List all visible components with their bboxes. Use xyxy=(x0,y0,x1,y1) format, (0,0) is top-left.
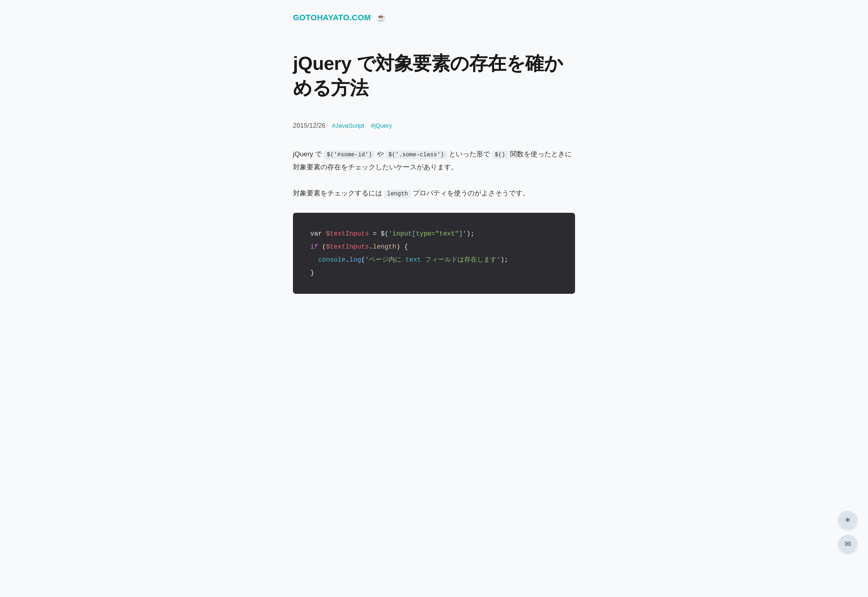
kw-strlog-end: フィールドは存在します' xyxy=(421,256,501,263)
email-button[interactable]: ✉ xyxy=(838,535,857,554)
code-dollar: $() xyxy=(492,150,508,159)
code-content: var $textInputs = $('input[type="text"]'… xyxy=(310,227,558,279)
kw-func: $( xyxy=(377,230,388,238)
kw-end1: ); xyxy=(467,230,474,238)
code-some-id: $('#some-id') xyxy=(324,150,375,159)
kw-dot2: . xyxy=(345,256,350,263)
kw-eq: = xyxy=(369,230,377,238)
kw-paren-open: ( xyxy=(318,243,326,250)
intro-text-3: といった形で xyxy=(447,150,492,158)
p2-text-1: 対象要素をチェックするには xyxy=(293,189,384,197)
length-paragraph: 対象要素をチェックするには length プロパティを使うのがよさそうです。 xyxy=(293,187,575,200)
coffee-icon: ☕ xyxy=(376,13,386,22)
tag-jquery[interactable]: #jQuery xyxy=(371,122,393,129)
kw-strlog-start: 'ページ内に xyxy=(365,256,406,263)
kw-paren-close: ) xyxy=(396,243,400,250)
kw-length: length xyxy=(373,243,396,250)
kw-text-highlight: text xyxy=(406,256,421,263)
main-content: jQuery で対象要素の存在を確かめる方法 2015/12/26 #JavaS… xyxy=(293,51,575,294)
code-block: var $textInputs = $('input[type="text"]'… xyxy=(293,213,575,294)
intro-text-1: jQuery で xyxy=(293,150,324,158)
kw-console: console xyxy=(318,256,346,263)
kw-log: log xyxy=(350,256,361,263)
floating-buttons: ☀ ✉ xyxy=(838,511,857,554)
article-title: jQuery で対象要素の存在を確かめる方法 xyxy=(293,51,575,100)
code-some-class: $('.some-class') xyxy=(385,150,447,159)
kw-var: var xyxy=(310,230,322,238)
email-icon: ✉ xyxy=(844,539,851,549)
kw-dot: . xyxy=(369,243,373,250)
code-length: length xyxy=(384,190,411,198)
intro-paragraph: jQuery で $('#some-id') や $('.some-class'… xyxy=(293,148,575,174)
site-header: GOTOHAYATO.COM ☕ xyxy=(293,0,575,30)
kw-string1: 'input[type="text"]' xyxy=(388,230,467,238)
kw-if: if xyxy=(310,243,318,250)
site-logo[interactable]: GOTOHAYATO.COM xyxy=(293,13,371,22)
kw-var2: $textInputs xyxy=(326,243,369,250)
kw-varname: $textInputs xyxy=(322,230,369,238)
sun-icon: ☀ xyxy=(844,515,851,525)
article-meta: 2015/12/26 #JavaScript #jQuery xyxy=(293,122,575,129)
tag-javascript[interactable]: #JavaScript xyxy=(332,122,364,129)
theme-toggle-button[interactable]: ☀ xyxy=(838,511,857,530)
kw-log-paren: ( xyxy=(361,256,365,263)
kw-log-close: ); xyxy=(501,256,508,263)
article-date: 2015/12/26 xyxy=(293,122,326,129)
intro-text-2: や xyxy=(375,150,385,158)
kw-brace-open: { xyxy=(400,243,408,250)
kw-brace-close: } xyxy=(310,269,314,276)
p2-text-2: プロパティを使うのがよさそうです。 xyxy=(411,189,529,197)
